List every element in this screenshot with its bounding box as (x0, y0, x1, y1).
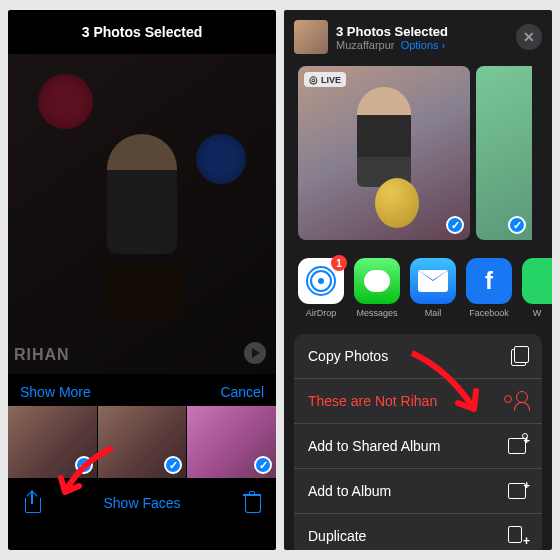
messages-icon (354, 258, 400, 304)
airdrop-icon: 1 (298, 258, 344, 304)
thumbnail[interactable]: ✓ (98, 406, 187, 478)
share-sheet-header: 3 Photos Selected Muzaffarpur Options › … (284, 10, 552, 60)
share-sheet: 3 Photos Selected Muzaffarpur Options › … (284, 10, 552, 550)
header-subtitle: Muzaffarpur (336, 39, 395, 51)
bottom-toolbar: Show Faces (8, 478, 276, 528)
copy-icon (508, 346, 528, 366)
selected-checkmark-icon: ✓ (164, 456, 182, 474)
action-label: Add to Shared Album (308, 438, 440, 454)
show-more-button[interactable]: Show More (20, 384, 91, 400)
app-label: Facebook (469, 308, 509, 318)
facebook-icon: f (466, 258, 512, 304)
trash-icon[interactable] (242, 492, 262, 514)
cancel-button[interactable]: Cancel (220, 384, 264, 400)
action-list: Copy Photos These are Not Rihan Add to S… (294, 334, 542, 550)
preview-photo[interactable]: ✓ (476, 66, 532, 240)
controls-row: Show More Cancel (8, 374, 276, 406)
person-remove-icon (508, 391, 528, 411)
preview-area: LIVE ✓ ✓ (284, 60, 552, 246)
app-label: Mail (425, 308, 442, 318)
action-label: Copy Photos (308, 348, 388, 364)
notification-badge: 1 (331, 255, 347, 271)
action-not-person[interactable]: These are Not Rihan (294, 379, 542, 424)
app-label: W (533, 308, 542, 318)
thumbnail-strip: ✓ ✓ ✓ (8, 406, 276, 478)
action-label: Add to Album (308, 483, 391, 499)
main-photo-preview[interactable]: RIHAN (8, 54, 276, 374)
preview-photo[interactable]: LIVE ✓ (298, 66, 470, 240)
selected-checkmark-icon: ✓ (75, 456, 93, 474)
page-title: 3 Photos Selected (8, 10, 276, 54)
shared-album-icon (508, 436, 528, 456)
share-app-airdrop[interactable]: 1 AirDrop (298, 258, 344, 318)
action-add-album[interactable]: Add to Album (294, 469, 542, 514)
share-icon[interactable] (22, 492, 42, 514)
album-icon (508, 481, 528, 501)
selected-checkmark-icon: ✓ (446, 216, 464, 234)
app-label: AirDrop (306, 308, 337, 318)
mail-icon (410, 258, 456, 304)
share-app-facebook[interactable]: f Facebook (466, 258, 512, 318)
thumbnail[interactable]: ✓ (187, 406, 276, 478)
whatsapp-icon (522, 258, 552, 304)
action-add-shared-album[interactable]: Add to Shared Album (294, 424, 542, 469)
app-label: Messages (356, 308, 397, 318)
selected-checkmark-icon: ✓ (508, 216, 526, 234)
photos-selection-screen: 3 Photos Selected RIHAN Show More Cancel… (8, 10, 276, 550)
action-label: Duplicate (308, 528, 366, 544)
photo-watermark: RIHAN (14, 346, 70, 364)
close-icon[interactable]: ✕ (516, 24, 542, 50)
show-faces-button[interactable]: Show Faces (103, 495, 180, 511)
header-text: 3 Photos Selected Muzaffarpur Options › (336, 24, 508, 51)
selected-checkmark-icon: ✓ (254, 456, 272, 474)
share-app-whatsapp[interactable]: W (522, 258, 552, 318)
header-title: 3 Photos Selected (336, 24, 508, 39)
action-label: These are Not Rihan (308, 393, 437, 409)
header-thumbnail (294, 20, 328, 54)
share-app-mail[interactable]: Mail (410, 258, 456, 318)
action-duplicate[interactable]: Duplicate (294, 514, 542, 550)
duplicate-icon (508, 526, 528, 546)
options-button[interactable]: Options › (401, 39, 446, 51)
thumbnail[interactable]: ✓ (8, 406, 97, 478)
action-copy-photos[interactable]: Copy Photos (294, 334, 542, 379)
live-badge: LIVE (304, 72, 346, 87)
share-apps-row: 1 AirDrop Messages Mail f Facebook W (284, 246, 552, 330)
share-app-messages[interactable]: Messages (354, 258, 400, 318)
play-icon[interactable] (244, 342, 266, 364)
